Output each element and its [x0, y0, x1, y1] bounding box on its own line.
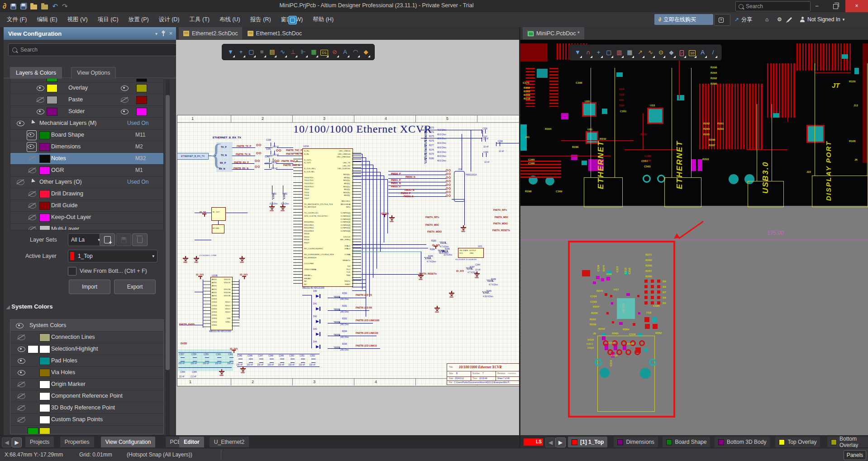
pcb-doc-tab[interactable]: MiniPC.PcbDoc * [523, 27, 584, 39]
toolbar-icon-A[interactable]: A [698, 47, 707, 58]
doc-tab-ethernet1-schdoc[interactable]: Ethernet1.SchDoc [243, 27, 306, 39]
toolbar-icon-◆[interactable]: ◆ [361, 46, 371, 58]
close-button[interactable]: × [845, 0, 868, 12]
eye-visible-icon[interactable] [121, 86, 129, 91]
eye-hidden-icon[interactable] [18, 417, 25, 423]
splitter[interactable] [519, 27, 520, 448]
toolbar-icon-⊙[interactable]: ⊙ [656, 47, 666, 58]
pcb-layer-tab-top-overlay[interactable]: Top Overlay [775, 437, 820, 447]
menu-工[interactable]: 工具 (T) [185, 12, 215, 27]
pcb-layer-tab-bottom-3d-body[interactable]: Bottom 3D Body [715, 437, 770, 447]
color-swatch[interactable] [39, 404, 50, 412]
layer-row[interactable]: Mechanical Layers (M)Used On [10, 118, 163, 129]
color-swatch[interactable] [39, 357, 50, 365]
toolbar-icon-∩[interactable]: ∩ [583, 47, 593, 58]
toolbar-icon-+[interactable]: + [594, 47, 603, 58]
system-color-row[interactable]: Component Reference Point [10, 390, 163, 402]
system-color-row[interactable]: Pad Holes [10, 355, 163, 367]
annotate-pen-icon[interactable] [785, 14, 796, 25]
connector-j10[interactable] [454, 171, 465, 202]
toolbar-icon-◠[interactable]: ◠ [351, 46, 360, 58]
share-button[interactable]: ↗分享 [730, 14, 762, 25]
color-swatch[interactable] [39, 333, 50, 342]
panel-tab-projects[interactable]: Projects [25, 437, 54, 447]
system-color-row[interactable]: Connection Lines [10, 332, 163, 343]
toolbar-icon-/[interactable]: / [677, 47, 687, 58]
menu-报[interactable]: 报告 (R) [245, 12, 276, 27]
color-swatch[interactable] [136, 108, 147, 116]
pin-icon[interactable] [161, 30, 166, 37]
panel-tab-properties[interactable]: Properties [60, 437, 94, 447]
system-colors-header[interactable]: ◢ System Colors [6, 303, 52, 310]
global-search-input[interactable]: Search [735, 1, 811, 11]
menu-项[interactable]: 项目 (C) [93, 12, 124, 27]
eye-visible-icon[interactable] [37, 109, 44, 114]
toolbar-icon-▦[interactable]: ▦ [625, 47, 634, 58]
sheet-port[interactable]: ETHERNET_B_RX_TX [177, 153, 209, 160]
eye-hidden-icon[interactable] [29, 156, 36, 162]
menu-编[interactable]: 编辑 (E) [32, 12, 62, 27]
layer-row[interactable]: DimensionsM2 [10, 141, 163, 153]
system-row-partial[interactable] [10, 426, 163, 434]
save-layer-set-button[interactable] [116, 233, 131, 246]
open-icon[interactable] [30, 5, 37, 10]
color-swatch[interactable] [39, 214, 50, 222]
system-color-row[interactable]: System Colors [10, 320, 163, 332]
layer-row[interactable]: Paste [10, 94, 163, 106]
system-color-row[interactable]: Selection/Highlight [10, 343, 163, 355]
eye-hidden-icon[interactable] [18, 335, 25, 340]
color-swatch[interactable] [39, 190, 50, 198]
panel-close-icon[interactable]: × [169, 30, 172, 37]
menu-视[interactable]: 视图 (V) [62, 12, 93, 27]
toolbar-icon-⊘[interactable]: ⊘ [330, 46, 339, 58]
color-swatch[interactable] [39, 131, 50, 139]
comment-button[interactable]: + [714, 14, 730, 26]
color-swatch[interactable] [39, 392, 50, 400]
eye-hidden-icon[interactable] [29, 191, 36, 197]
tabs-scroll-right[interactable]: ▶ [12, 437, 22, 447]
pcb-layer-tab-bottom-overlay[interactable]: Bottom Overlay [827, 437, 868, 447]
color-swatch[interactable] [136, 96, 147, 104]
tab-view-options[interactable]: View Options [71, 67, 116, 79]
used-on-filter[interactable]: Used On [127, 120, 148, 126]
used-on-filter[interactable]: Used On [127, 179, 148, 185]
tabs-scroll-left[interactable]: ◀ [2, 437, 12, 447]
schematic-canvas[interactable]: 123451234510/100/1000 Ethernet XCVRS_IN+… [176, 40, 520, 435]
color-swatch[interactable] [39, 143, 50, 151]
pcb-layer-tab-dimensions[interactable]: Dimensions [614, 437, 658, 447]
system-color-row[interactable]: Origin Marker [10, 379, 163, 390]
eye-visible-icon[interactable] [16, 323, 24, 328]
layer-row[interactable]: Drill Drawing [10, 188, 163, 200]
pcb-layer-tab--1-1-top[interactable]: [1] 1_Top [568, 437, 607, 447]
layer-sets-dropdown[interactable]: All La▾ [68, 233, 103, 246]
color-swatch[interactable] [47, 108, 57, 116]
import-button[interactable]: Import [69, 280, 110, 294]
minimize-button[interactable]: – [808, 0, 825, 12]
system-color-row[interactable]: Custom Snap Points [10, 414, 163, 426]
eye-visible-icon[interactable] [37, 86, 44, 91]
toolbar-icon-▦[interactable]: ▦ [309, 46, 319, 58]
color-swatch[interactable] [39, 202, 50, 210]
layer-row[interactable]: Solder [10, 106, 163, 118]
panel-tab-view-configuration[interactable]: View Configuration [101, 437, 156, 447]
layers-scroll-left[interactable]: ◀ [545, 437, 556, 447]
editor-tab-editor[interactable]: Editor [179, 437, 204, 447]
toolbar-icon-⊥[interactable]: ⊥ [288, 46, 298, 58]
expand-triangle-icon[interactable] [30, 119, 35, 125]
color-swatch[interactable] [39, 380, 50, 389]
buy-online-button[interactable]: ∂ 立即在线购买 [654, 14, 713, 25]
layer-row[interactable]: Keep-Out Layer [10, 212, 163, 223]
pcb-layer-tab-board-shape[interactable]: Board Shape [663, 437, 710, 447]
color-swatch[interactable] [47, 96, 57, 104]
toolbar-icon-▢[interactable]: ▢ [604, 47, 614, 58]
view-from-bottom-checkbox[interactable] [68, 267, 76, 276]
layer-row[interactable]: NotesM32 [10, 153, 163, 165]
menu-设[interactable]: 设计 (D) [154, 12, 185, 27]
layer-set-chip[interactable]: LS [524, 438, 543, 446]
toolbar-icon-↗[interactable]: ↗ [635, 47, 645, 58]
toolbar-icon-▤[interactable]: ▤ [267, 46, 277, 58]
eye-boxed-icon[interactable] [27, 142, 37, 152]
toolbar-icon-A[interactable]: A [340, 46, 350, 58]
undo-icon[interactable]: ↶ [52, 2, 58, 10]
panel-menu-icon[interactable]: ▾ [155, 31, 157, 36]
